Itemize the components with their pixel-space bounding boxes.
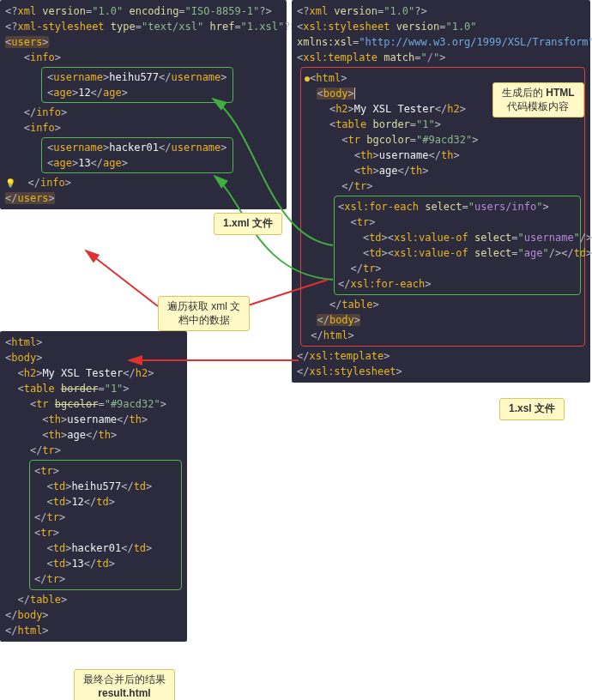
callout-xml-file: 1.xml 文件 [214, 213, 282, 235]
callout-template: 生成后的 HTML 代码模板内容 [492, 82, 584, 118]
xsl-source-panel: <?xml version="1.0"?> <xsl:stylesheet ve… [292, 0, 590, 383]
result-html-panel: <html> <body> <h2>My XSL Tester</h2> <ta… [0, 331, 187, 642]
callout-xsl-file: 1.xsl 文件 [499, 398, 565, 420]
callout-result: 最终合并后的结果 result.html [74, 669, 175, 700]
xml-source-panel: <?xml version="1.0" encoding="ISO-8859-1… [0, 0, 287, 209]
callout-loop: 遍历获取 xml 文 档中的数据 [158, 296, 250, 331]
